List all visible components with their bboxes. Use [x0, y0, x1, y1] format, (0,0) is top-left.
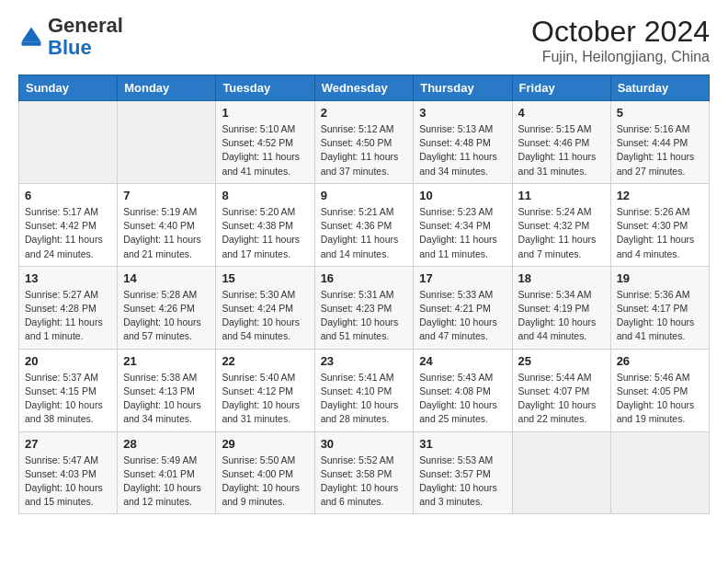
day-number: 21 — [123, 354, 210, 368]
day-number: 24 — [419, 354, 506, 368]
day-number: 22 — [222, 354, 308, 368]
day-info: Sunrise: 5:31 AM Sunset: 4:23 PM Dayligh… — [321, 288, 408, 344]
calendar-cell: 9Sunrise: 5:21 AM Sunset: 4:36 PM Daylig… — [314, 183, 414, 266]
logo-icon — [18, 24, 44, 50]
logo-blue-text: Blue — [48, 36, 92, 59]
weekday-header-saturday: Saturday — [610, 75, 709, 101]
day-info: Sunrise: 5:47 AM Sunset: 4:03 PM Dayligh… — [25, 454, 111, 510]
calendar-cell: 2Sunrise: 5:12 AM Sunset: 4:50 PM Daylig… — [314, 101, 414, 184]
calendar-cell — [512, 431, 610, 514]
day-number: 5 — [617, 106, 703, 120]
day-number: 11 — [518, 189, 605, 202]
calendar-cell — [19, 101, 118, 184]
calendar-cell: 22Sunrise: 5:40 AM Sunset: 4:12 PM Dayli… — [216, 349, 314, 431]
day-info: Sunrise: 5:12 AM Sunset: 4:50 PM Dayligh… — [321, 122, 408, 178]
calendar-cell: 21Sunrise: 5:38 AM Sunset: 4:13 PM Dayli… — [118, 349, 216, 431]
calendar-cell: 6Sunrise: 5:17 AM Sunset: 4:42 PM Daylig… — [19, 183, 118, 266]
calendar-cell: 31Sunrise: 5:53 AM Sunset: 3:57 PM Dayli… — [414, 431, 512, 514]
day-info: Sunrise: 5:15 AM Sunset: 4:46 PM Dayligh… — [518, 122, 605, 178]
day-number: 20 — [25, 354, 111, 368]
day-info: Sunrise: 5:34 AM Sunset: 4:19 PM Dayligh… — [518, 288, 605, 344]
calendar-cell: 17Sunrise: 5:33 AM Sunset: 4:21 PM Dayli… — [414, 266, 512, 349]
calendar-cell: 26Sunrise: 5:46 AM Sunset: 4:05 PM Dayli… — [610, 349, 709, 431]
day-number: 6 — [25, 189, 111, 202]
day-info: Sunrise: 5:24 AM Sunset: 4:32 PM Dayligh… — [518, 205, 605, 261]
day-info: Sunrise: 5:44 AM Sunset: 4:07 PM Dayligh… — [518, 371, 605, 427]
calendar-cell: 15Sunrise: 5:30 AM Sunset: 4:24 PM Dayli… — [216, 266, 314, 349]
day-number: 13 — [25, 271, 111, 285]
calendar-cell: 7Sunrise: 5:19 AM Sunset: 4:40 PM Daylig… — [118, 183, 216, 266]
day-number: 2 — [321, 106, 408, 120]
day-info: Sunrise: 5:28 AM Sunset: 4:26 PM Dayligh… — [123, 288, 210, 344]
day-number: 14 — [123, 271, 210, 285]
calendar-cell: 18Sunrise: 5:34 AM Sunset: 4:19 PM Dayli… — [512, 266, 610, 349]
day-info: Sunrise: 5:23 AM Sunset: 4:34 PM Dayligh… — [419, 205, 506, 261]
day-info: Sunrise: 5:26 AM Sunset: 4:30 PM Dayligh… — [617, 205, 703, 261]
weekday-header-sunday: Sunday — [19, 75, 118, 101]
day-number: 26 — [617, 354, 703, 368]
weekday-header-tuesday: Tuesday — [216, 75, 314, 101]
calendar-cell: 13Sunrise: 5:27 AM Sunset: 4:28 PM Dayli… — [19, 266, 118, 349]
day-info: Sunrise: 5:37 AM Sunset: 4:15 PM Dayligh… — [25, 371, 111, 427]
day-number: 1 — [222, 106, 308, 120]
title-area: October 2024 Fujin, Heilongjiang, China — [531, 15, 710, 65]
day-number: 9 — [321, 189, 408, 202]
weekday-header-row: SundayMondayTuesdayWednesdayThursdayFrid… — [19, 75, 710, 101]
day-info: Sunrise: 5:50 AM Sunset: 4:00 PM Dayligh… — [222, 454, 308, 510]
day-info: Sunrise: 5:20 AM Sunset: 4:38 PM Dayligh… — [222, 205, 308, 261]
day-info: Sunrise: 5:46 AM Sunset: 4:05 PM Dayligh… — [617, 371, 703, 427]
day-number: 25 — [518, 354, 605, 368]
calendar-cell: 10Sunrise: 5:23 AM Sunset: 4:34 PM Dayli… — [414, 183, 512, 266]
calendar-week-row: 20Sunrise: 5:37 AM Sunset: 4:15 PM Dayli… — [19, 349, 710, 431]
day-info: Sunrise: 5:38 AM Sunset: 4:13 PM Dayligh… — [123, 371, 210, 427]
page-header: General Blue October 2024 Fujin, Heilong… — [18, 15, 710, 65]
day-info: Sunrise: 5:10 AM Sunset: 4:52 PM Dayligh… — [222, 122, 308, 178]
day-number: 10 — [419, 189, 506, 202]
day-number: 12 — [617, 189, 703, 202]
day-number: 15 — [222, 271, 308, 285]
day-info: Sunrise: 5:17 AM Sunset: 4:42 PM Dayligh… — [25, 205, 111, 261]
calendar-cell: 8Sunrise: 5:20 AM Sunset: 4:38 PM Daylig… — [216, 183, 314, 266]
day-info: Sunrise: 5:52 AM Sunset: 3:58 PM Dayligh… — [321, 454, 408, 510]
day-info: Sunrise: 5:27 AM Sunset: 4:28 PM Dayligh… — [25, 288, 111, 344]
logo-general-text: General — [48, 14, 123, 37]
calendar-cell: 19Sunrise: 5:36 AM Sunset: 4:17 PM Dayli… — [610, 266, 709, 349]
month-year-title: October 2024 — [531, 15, 710, 49]
day-info: Sunrise: 5:41 AM Sunset: 4:10 PM Dayligh… — [321, 371, 408, 427]
day-info: Sunrise: 5:36 AM Sunset: 4:17 PM Dayligh… — [617, 288, 703, 344]
svg-marker-0 — [22, 28, 41, 42]
day-info: Sunrise: 5:13 AM Sunset: 4:48 PM Dayligh… — [419, 122, 506, 178]
calendar-week-row: 6Sunrise: 5:17 AM Sunset: 4:42 PM Daylig… — [19, 183, 710, 266]
calendar-cell: 14Sunrise: 5:28 AM Sunset: 4:26 PM Dayli… — [118, 266, 216, 349]
weekday-header-monday: Monday — [118, 75, 216, 101]
calendar-cell: 27Sunrise: 5:47 AM Sunset: 4:03 PM Dayli… — [19, 431, 118, 514]
calendar-week-row: 27Sunrise: 5:47 AM Sunset: 4:03 PM Dayli… — [19, 431, 710, 514]
day-info: Sunrise: 5:30 AM Sunset: 4:24 PM Dayligh… — [222, 288, 308, 344]
day-number: 18 — [518, 271, 605, 285]
day-number: 31 — [419, 437, 506, 451]
day-info: Sunrise: 5:33 AM Sunset: 4:21 PM Dayligh… — [419, 288, 506, 344]
day-number: 23 — [321, 354, 408, 368]
calendar-cell: 25Sunrise: 5:44 AM Sunset: 4:07 PM Dayli… — [512, 349, 610, 431]
day-info: Sunrise: 5:21 AM Sunset: 4:36 PM Dayligh… — [321, 205, 408, 261]
day-info: Sunrise: 5:49 AM Sunset: 4:01 PM Dayligh… — [123, 454, 210, 510]
calendar-cell: 23Sunrise: 5:41 AM Sunset: 4:10 PM Dayli… — [314, 349, 414, 431]
day-number: 8 — [222, 189, 308, 202]
calendar-cell: 29Sunrise: 5:50 AM Sunset: 4:00 PM Dayli… — [216, 431, 314, 514]
calendar-cell: 20Sunrise: 5:37 AM Sunset: 4:15 PM Dayli… — [19, 349, 118, 431]
calendar-cell: 24Sunrise: 5:43 AM Sunset: 4:08 PM Dayli… — [414, 349, 512, 431]
calendar-week-row: 13Sunrise: 5:27 AM Sunset: 4:28 PM Dayli… — [19, 266, 710, 349]
day-number: 4 — [518, 106, 605, 120]
day-info: Sunrise: 5:19 AM Sunset: 4:40 PM Dayligh… — [123, 205, 210, 261]
calendar-cell: 4Sunrise: 5:15 AM Sunset: 4:46 PM Daylig… — [512, 101, 610, 184]
calendar-cell — [118, 101, 216, 184]
calendar-table: SundayMondayTuesdayWednesdayThursdayFrid… — [18, 75, 710, 514]
day-number: 30 — [321, 437, 408, 451]
day-number: 3 — [419, 106, 506, 120]
calendar-cell: 28Sunrise: 5:49 AM Sunset: 4:01 PM Dayli… — [118, 431, 216, 514]
calendar-cell: 30Sunrise: 5:52 AM Sunset: 3:58 PM Dayli… — [314, 431, 414, 514]
day-number: 29 — [222, 437, 308, 451]
day-number: 28 — [123, 437, 210, 451]
svg-rect-1 — [22, 41, 41, 45]
day-number: 7 — [123, 189, 210, 202]
